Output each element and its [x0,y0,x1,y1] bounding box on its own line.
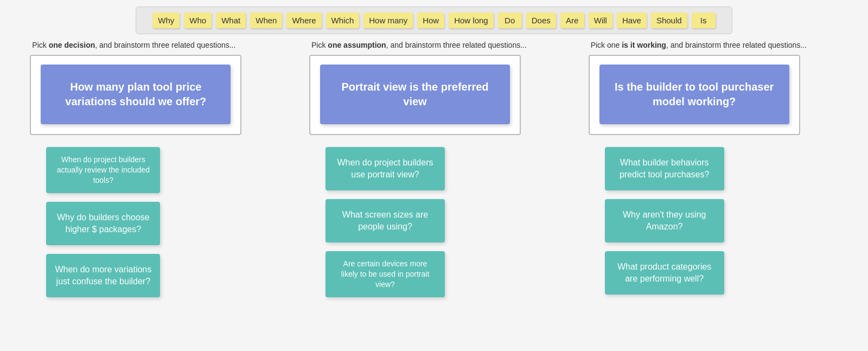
main-sticky-container: Is the builder to tool purchaser model w… [589,55,800,135]
keyword-chip[interactable]: How long [449,12,494,28]
main-sticky[interactable]: Portrait view is the preferred view [320,65,510,124]
main-sticky[interactable]: Is the builder to tool purchaser model w… [599,65,789,124]
keyword-chip[interactable]: Who [184,12,212,28]
related-sticky-3[interactable]: What product categories are performing w… [605,251,724,295]
related-sticky-1[interactable]: When do project builders actually review… [46,147,160,193]
keyword-bar: WhyWhoWhatWhenWhereWhichHow manyHowHow l… [136,7,732,34]
keyword-chip[interactable]: Which [326,12,360,28]
keyword-chip[interactable]: Should [651,12,687,28]
related-sticky-1[interactable]: What builder behaviors predict tool purc… [605,147,724,190]
column-label: Pick one is it working, and brainstorm t… [589,41,807,49]
keyword-chip[interactable]: Does [526,12,556,28]
keyword-chip[interactable]: Will [589,12,612,28]
column-label: Pick one assumption, and brainstorm thre… [309,41,527,49]
column-col3: Pick one is it working, and brainstorm t… [589,41,838,295]
main-sticky[interactable]: How many plan tool price variations shou… [41,65,231,124]
keyword-chip[interactable]: Are [560,12,584,28]
keyword-chip[interactable]: When [250,12,282,28]
column-col1: Pick one decision, and brainstorm three … [30,41,279,297]
keyword-chip[interactable]: Why [152,12,180,28]
column-label: Pick one decision, and brainstorm three … [30,41,235,49]
keyword-chip[interactable]: Is [692,12,716,28]
related-sticky-2[interactable]: Why do builders choose higher $ packages… [46,202,160,245]
keyword-chip[interactable]: How many [363,12,413,28]
related-stickies: When do project builders actually review… [30,147,241,297]
related-sticky-3[interactable]: When do more variations just confuse the… [46,254,160,297]
related-sticky-2[interactable]: Why aren't they using Amazon? [605,199,724,242]
keyword-chip[interactable]: Where [286,12,321,28]
related-sticky-3[interactable]: Are certain devices more likely to be us… [326,251,445,297]
main-columns: Pick one decision, and brainstorm three … [0,41,868,297]
main-sticky-container: Portrait view is the preferred view [309,55,521,135]
keyword-chip[interactable]: Do [498,12,522,28]
related-stickies: What builder behaviors predict tool purc… [589,147,800,295]
related-sticky-2[interactable]: What screen sizes are people using? [326,199,445,242]
keyword-chip[interactable]: Have [617,12,647,28]
related-stickies: When do project builders use portrait vi… [309,147,521,297]
keyword-chip[interactable]: What [216,12,246,28]
related-sticky-1[interactable]: When do project builders use portrait vi… [326,147,445,190]
main-sticky-container: How many plan tool price variations shou… [30,55,241,135]
keyword-chip[interactable]: How [417,12,444,28]
column-col2: Pick one assumption, and brainstorm thre… [309,41,559,297]
